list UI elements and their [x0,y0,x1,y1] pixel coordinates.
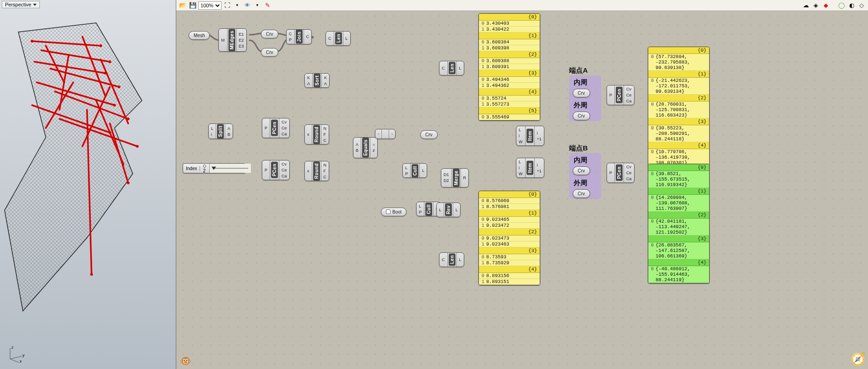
svg-point-7 [108,131,111,134]
group-endpoint-a[interactable]: 端点A 内周 Crv 外周 Crv [569,75,601,121]
param-curve[interactable]: Crv [573,89,590,97]
panel-points-a[interactable]: {0}0{57.732804, -232.795883, 99.639138}{… [648,47,710,166]
comp-length[interactable]: C Len L [439,61,464,75]
param-curve[interactable]: Crv [261,48,278,57]
svg-line-13 [10,359,19,363]
svg-point-8 [136,145,139,148]
slider-track[interactable] [210,164,251,173]
svg-point-5 [113,104,116,107]
group-title: 端点B [569,144,588,153]
comp-list-item[interactable]: LiW Item i+1 [516,126,544,146]
svg-point-6 [127,118,130,120]
shaded-icon[interactable]: ◆ [821,1,830,10]
svg-text:x: x [20,359,22,363]
dropdown-icon[interactable]: ▼ [253,1,262,10]
dropdown-icon[interactable]: ▼ [233,1,242,10]
comp-split[interactable]: Li Split AB [208,123,233,139]
comp-reverse[interactable]: L Rev L [436,203,461,217]
param-curve[interactable]: Crv [573,189,590,198]
comp-round[interactable]: x Round NFC [304,161,329,181]
comp-round[interactable]: x Round NFC [304,124,329,144]
slider-label: Index [183,166,200,171]
svg-point-3 [104,72,107,75]
dropdown-icon [33,4,37,6]
label-outer: 外周 [574,179,597,187]
preview-off-icon[interactable]: ◯ [837,1,846,10]
param-curve[interactable]: Crv [420,130,438,139]
panel-points-b[interactable]: {0}0{39.8521, -155.673515, 116.919342}{1… [648,164,710,283]
preview-selected-icon[interactable]: ◐ [847,1,856,10]
comp-equals[interactable]: AB Equals =≠ [353,137,378,158]
comp-polygon-center[interactable]: P PCen CvCeCa [607,85,635,105]
wireframe-icon[interactable]: ◈ [811,1,820,10]
param-curve[interactable]: Crv [261,30,278,38]
panel-lengths-b[interactable]: {0}08.57606918.576081{1}09.02346519.0234… [478,191,540,285]
open-icon[interactable]: 📂 [178,1,187,10]
number-slider[interactable]: Index ◇ 2 [183,163,246,173]
preview-icon[interactable]: 👁 [243,1,252,10]
svg-text:y: y [22,353,25,358]
comp-list-item[interactable]: LiW Item i+1 [516,158,544,178]
save-icon[interactable]: 💾 [188,1,197,10]
preview-mesh-icon[interactable]: ◇ [857,1,866,10]
comp-sort[interactable]: KA Sort KA [304,73,330,88]
viewport-title-label: Perspective [5,2,31,7]
param-mesh[interactable]: Mesh [189,31,210,40]
param-bool[interactable]: Bool [381,208,407,216]
group-title: 端点A [569,66,588,75]
axis-gizmo: z y x [6,344,25,364]
comp-polygon-center[interactable]: P PCen CvCeCa [262,160,290,180]
svg-point-2 [108,60,111,63]
param-curve[interactable]: Crv [573,112,590,120]
zoom-extents-icon[interactable]: ⛶ [222,1,232,10]
label-inner: 内周 [574,78,597,87]
group-endpoint-b[interactable]: 端点B 内周 Crv 外周 Crv [569,153,601,199]
comp-length[interactable]: C Len L [326,31,351,46]
canvas-toolbar: 📂 💾 100% ⛶ ▼ 👁 ▼ ✎ ☁ ◈ ◆ ◯ ◐ ◇ [176,0,868,11]
comp-polygon-center[interactable]: P PCen CvCeCa [607,163,635,183]
comp-merge[interactable]: D1D2 Merge R [441,168,469,187]
label-outer: 外周 [574,101,597,110]
svg-point-10 [90,273,93,276]
label-inner: 内周 [574,156,597,165]
viewport-title[interactable]: Perspective [2,1,40,8]
svg-point-1 [99,44,102,47]
zoom-select[interactable]: 100% [198,1,222,10]
comp-cull[interactable]: LP Cull L [402,163,427,178]
comp-polygon-center[interactable]: P PCen CvCeCa [262,118,290,138]
svg-point-0 [31,40,33,43]
comp-mesh-edges[interactable]: M MEdges E1E2E3 [218,28,247,52]
grasshopper-canvas[interactable]: 📂 💾 100% ⛶ ▼ 👁 ▼ ✎ ☁ ◈ ◆ ◯ ◐ ◇ [176,0,868,369]
sketch-icon[interactable]: ✎ [263,1,272,10]
comp-length[interactable]: C Len L [439,252,464,267]
svg-point-9 [127,182,130,184]
svg-text:z: z [11,345,14,350]
slider-value: ◇ 2 [200,163,210,173]
svg-point-4 [118,86,120,88]
panel-lengths-a[interactable]: {0}03.43040313.430422{1}03.60938413.6093… [478,13,540,121]
compass-icon[interactable]: 🧭 [851,352,865,366]
param-curve[interactable]: Crv [573,166,590,175]
relay[interactable]: ◦ ◦ [375,129,396,139]
viewport-geometry [0,18,165,338]
gumball-icon[interactable]: 🐵 [180,355,191,366]
comp-join[interactable]: CP Join C [286,29,312,44]
cloud-icon[interactable]: ☁ [801,1,810,10]
rhino-viewport[interactable]: Perspective z y x [0,0,176,369]
